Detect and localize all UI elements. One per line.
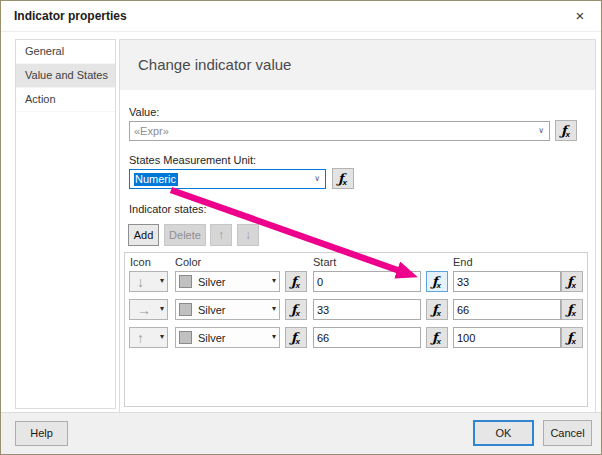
delete-state-button[interactable]: Delete bbox=[164, 224, 206, 246]
sidebar-item-value-and-states[interactable]: Value and States bbox=[16, 64, 115, 88]
start-expression-button[interactable]: ƒx bbox=[426, 299, 448, 320]
start-input[interactable] bbox=[313, 299, 421, 320]
close-icon[interactable]: × bbox=[569, 5, 591, 27]
sidebar-item-general[interactable]: General bbox=[16, 40, 115, 64]
ok-button[interactable]: OK bbox=[473, 420, 534, 446]
end-input[interactable] bbox=[453, 271, 561, 292]
start-input[interactable] bbox=[313, 327, 421, 348]
dropdown-triangle-icon[interactable]: ▾ bbox=[272, 332, 276, 341]
table-row: ↑ ▾ Silver ▾ ƒx ƒx ƒx bbox=[125, 327, 587, 348]
chevron-down-icon[interactable]: ∨ bbox=[538, 126, 544, 135]
table-row: ↓ ▾ Silver ▾ ƒx ƒx ƒx bbox=[125, 271, 587, 292]
move-up-icon[interactable]: ↑ bbox=[210, 224, 232, 246]
title-bar: Indicator properties × bbox=[1, 1, 601, 32]
end-expression-button[interactable]: ƒx bbox=[561, 327, 583, 348]
unit-expression-button[interactable]: ƒx bbox=[332, 168, 354, 189]
table-row: → ▾ Silver ▾ ƒx ƒx ƒx bbox=[125, 299, 587, 320]
column-header-end: End bbox=[453, 256, 473, 268]
color-swatch bbox=[179, 303, 192, 316]
color-expression-button[interactable]: ƒx bbox=[285, 327, 307, 348]
color-expression-button[interactable]: ƒx bbox=[285, 299, 307, 320]
dialog-title: Indicator properties bbox=[14, 9, 127, 23]
start-expression-button[interactable]: ƒx bbox=[426, 271, 448, 292]
up-arrow-icon: ↑ bbox=[137, 329, 144, 347]
value-combobox[interactable]: «Expr» ∨ bbox=[129, 121, 550, 141]
move-down-icon[interactable]: ↓ bbox=[237, 224, 259, 246]
sidebar-item-action[interactable]: Action bbox=[16, 88, 115, 112]
add-state-button[interactable]: Add bbox=[128, 224, 159, 246]
dropdown-triangle-icon[interactable]: ▾ bbox=[160, 276, 164, 285]
page-header: Change indicator value bbox=[120, 40, 595, 90]
help-button[interactable]: Help bbox=[15, 421, 68, 446]
right-arrow-icon: → bbox=[137, 301, 151, 319]
dropdown-triangle-icon[interactable]: ▾ bbox=[160, 332, 164, 341]
indicator-states-table: Icon Color Start End ↓ ▾ Silver ▾ ƒx ƒx … bbox=[124, 252, 588, 407]
end-input[interactable] bbox=[453, 327, 561, 348]
dropdown-triangle-icon[interactable]: ▾ bbox=[160, 304, 164, 313]
value-label: Value: bbox=[129, 106, 159, 118]
cancel-button[interactable]: Cancel bbox=[543, 420, 592, 446]
states-measurement-unit-combobox[interactable]: Numeric ∨ bbox=[129, 169, 326, 189]
color-dropdown[interactable]: Silver ▾ bbox=[175, 327, 280, 348]
page-title: Change indicator value bbox=[138, 56, 291, 73]
color-dropdown[interactable]: Silver ▾ bbox=[175, 299, 280, 320]
icon-dropdown[interactable]: ↓ ▾ bbox=[129, 271, 168, 292]
start-input[interactable] bbox=[313, 271, 421, 292]
indicator-properties-dialog: Indicator properties × General Value and… bbox=[0, 0, 602, 455]
color-dropdown[interactable]: Silver ▾ bbox=[175, 271, 280, 292]
footer-bar: Help OK Cancel bbox=[1, 412, 601, 454]
states-measurement-unit-label: States Measurement Unit: bbox=[129, 154, 256, 166]
icon-dropdown[interactable]: ↑ ▾ bbox=[129, 327, 168, 348]
column-header-color: Color bbox=[175, 256, 201, 268]
sidebar: General Value and States Action bbox=[15, 39, 116, 409]
dropdown-triangle-icon[interactable]: ▾ bbox=[272, 304, 276, 313]
color-name: Silver bbox=[198, 276, 226, 288]
unit-selected-text: Numeric bbox=[134, 173, 178, 186]
color-expression-button[interactable]: ƒx bbox=[285, 271, 307, 292]
dropdown-triangle-icon[interactable]: ▾ bbox=[272, 276, 276, 285]
color-swatch bbox=[179, 275, 192, 288]
main-panel: Change indicator value Value: «Expr» ∨ ƒ… bbox=[119, 39, 596, 413]
column-header-icon: Icon bbox=[130, 256, 151, 268]
chevron-down-icon[interactable]: ∨ bbox=[314, 174, 320, 183]
icon-dropdown[interactable]: → ▾ bbox=[129, 299, 168, 320]
indicator-states-label: Indicator states: bbox=[129, 203, 207, 215]
color-swatch bbox=[179, 331, 192, 344]
down-arrow-icon: ↓ bbox=[137, 273, 144, 291]
value-expression-button[interactable]: ƒx bbox=[555, 120, 577, 141]
color-name: Silver bbox=[198, 304, 226, 316]
end-input[interactable] bbox=[453, 299, 561, 320]
column-header-start: Start bbox=[313, 256, 336, 268]
value-combobox-text: «Expr» bbox=[134, 125, 169, 137]
end-expression-button[interactable]: ƒx bbox=[561, 299, 583, 320]
color-name: Silver bbox=[198, 332, 226, 344]
end-expression-button[interactable]: ƒx bbox=[561, 271, 583, 292]
start-expression-button[interactable]: ƒx bbox=[426, 327, 448, 348]
